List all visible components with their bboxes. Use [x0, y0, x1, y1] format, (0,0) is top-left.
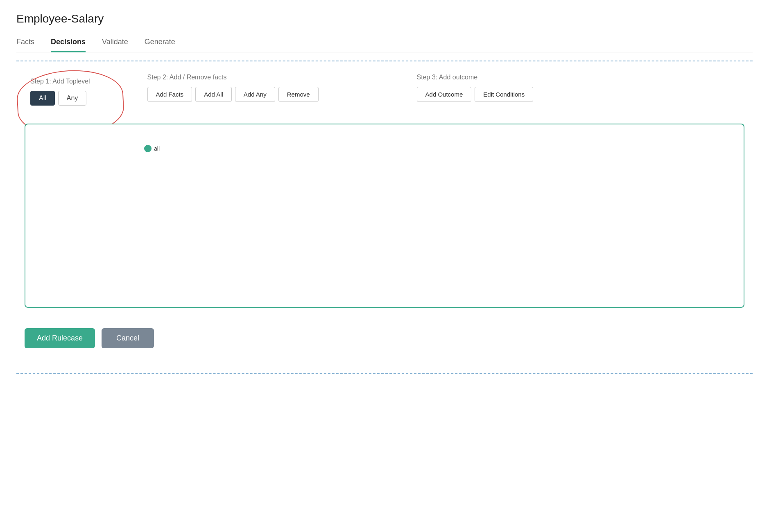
- btn-add-all[interactable]: Add All: [195, 87, 232, 102]
- step1-buttons: All Any: [30, 91, 90, 106]
- tab-facts[interactable]: Facts: [16, 38, 34, 52]
- btn-add-outcome[interactable]: Add Outcome: [417, 87, 472, 102]
- step3-buttons: Add Outcome Edit Conditions: [417, 87, 534, 102]
- steps-row: Step 1: Add Toplevel All Any Step 2: Add…: [25, 74, 744, 111]
- step1-wrapper: Step 1: Add Toplevel All Any: [25, 74, 123, 111]
- step2-label: Step 2: Add / Remove facts: [147, 74, 319, 81]
- bottom-divider: [16, 373, 753, 374]
- diagram-node: all: [144, 145, 160, 152]
- bottom-buttons: Add Rulecase Cancel: [25, 320, 744, 352]
- step1-label: Step 1: Add Toplevel: [30, 78, 90, 85]
- step2-buttons: Add Facts Add All Add Any Remove: [147, 87, 319, 102]
- btn-any[interactable]: Any: [58, 91, 87, 106]
- tab-decisions[interactable]: Decisions: [51, 38, 86, 52]
- step2-section: Step 2: Add / Remove facts Add Facts Add…: [147, 74, 343, 102]
- btn-remove[interactable]: Remove: [278, 87, 319, 102]
- btn-add-any[interactable]: Add Any: [235, 87, 275, 102]
- tab-bar: Facts Decisions Validate Generate: [16, 38, 753, 52]
- tab-generate[interactable]: Generate: [145, 38, 175, 52]
- step1-section: Step 1: Add Toplevel All Any: [30, 78, 115, 106]
- page-title: Employee-Salary: [16, 12, 753, 25]
- btn-add-facts[interactable]: Add Facts: [147, 87, 192, 102]
- add-rulecase-button[interactable]: Add Rulecase: [25, 328, 95, 348]
- btn-edit-conditions[interactable]: Edit Conditions: [475, 87, 533, 102]
- diagram-area: all: [25, 124, 744, 308]
- node-label: all: [154, 145, 160, 152]
- cancel-button[interactable]: Cancel: [102, 328, 154, 348]
- content-area: Step 1: Add Toplevel All Any Step 2: Add…: [16, 61, 753, 361]
- node-dot: [144, 145, 152, 152]
- btn-all[interactable]: All: [30, 91, 55, 106]
- tab-validate[interactable]: Validate: [102, 38, 128, 52]
- step3-section: Step 3: Add outcome Add Outcome Edit Con…: [417, 74, 558, 102]
- step3-label: Step 3: Add outcome: [417, 74, 534, 81]
